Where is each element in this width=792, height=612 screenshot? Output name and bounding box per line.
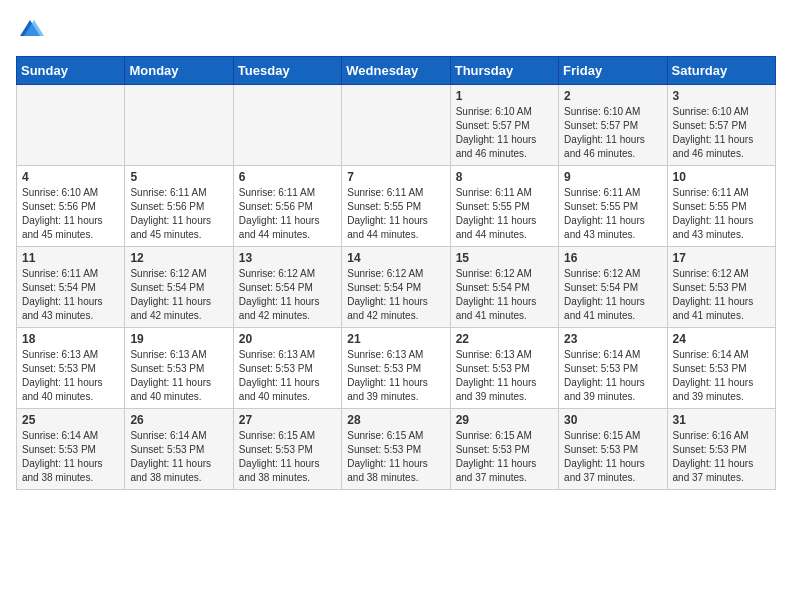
day-number: 19 [130,332,227,346]
calendar-cell [233,85,341,166]
header-monday: Monday [125,57,233,85]
calendar-cell: 28Sunrise: 6:15 AM Sunset: 5:53 PM Dayli… [342,409,450,490]
day-info: Sunrise: 6:10 AM Sunset: 5:57 PM Dayligh… [673,105,770,161]
day-number: 27 [239,413,336,427]
day-number: 18 [22,332,119,346]
week-row-4: 18Sunrise: 6:13 AM Sunset: 5:53 PM Dayli… [17,328,776,409]
calendar-cell: 22Sunrise: 6:13 AM Sunset: 5:53 PM Dayli… [450,328,558,409]
calendar-cell: 8Sunrise: 6:11 AM Sunset: 5:55 PM Daylig… [450,166,558,247]
day-number: 1 [456,89,553,103]
day-number: 5 [130,170,227,184]
calendar-cell: 23Sunrise: 6:14 AM Sunset: 5:53 PM Dayli… [559,328,667,409]
calendar-cell: 26Sunrise: 6:14 AM Sunset: 5:53 PM Dayli… [125,409,233,490]
day-number: 6 [239,170,336,184]
calendar-cell: 19Sunrise: 6:13 AM Sunset: 5:53 PM Dayli… [125,328,233,409]
day-info: Sunrise: 6:11 AM Sunset: 5:55 PM Dayligh… [673,186,770,242]
calendar-cell: 27Sunrise: 6:15 AM Sunset: 5:53 PM Dayli… [233,409,341,490]
day-number: 9 [564,170,661,184]
logo [16,16,48,44]
calendar-cell: 12Sunrise: 6:12 AM Sunset: 5:54 PM Dayli… [125,247,233,328]
header-friday: Friday [559,57,667,85]
calendar-cell: 17Sunrise: 6:12 AM Sunset: 5:53 PM Dayli… [667,247,775,328]
week-row-2: 4Sunrise: 6:10 AM Sunset: 5:56 PM Daylig… [17,166,776,247]
day-number: 2 [564,89,661,103]
calendar-cell: 2Sunrise: 6:10 AM Sunset: 5:57 PM Daylig… [559,85,667,166]
week-row-5: 25Sunrise: 6:14 AM Sunset: 5:53 PM Dayli… [17,409,776,490]
day-info: Sunrise: 6:14 AM Sunset: 5:53 PM Dayligh… [22,429,119,485]
day-number: 13 [239,251,336,265]
calendar-cell: 29Sunrise: 6:15 AM Sunset: 5:53 PM Dayli… [450,409,558,490]
day-info: Sunrise: 6:10 AM Sunset: 5:57 PM Dayligh… [456,105,553,161]
day-info: Sunrise: 6:15 AM Sunset: 5:53 PM Dayligh… [239,429,336,485]
day-info: Sunrise: 6:10 AM Sunset: 5:57 PM Dayligh… [564,105,661,161]
day-info: Sunrise: 6:12 AM Sunset: 5:53 PM Dayligh… [673,267,770,323]
calendar-cell: 30Sunrise: 6:15 AM Sunset: 5:53 PM Dayli… [559,409,667,490]
day-number: 23 [564,332,661,346]
day-number: 17 [673,251,770,265]
day-info: Sunrise: 6:13 AM Sunset: 5:53 PM Dayligh… [347,348,444,404]
calendar-cell: 1Sunrise: 6:10 AM Sunset: 5:57 PM Daylig… [450,85,558,166]
day-info: Sunrise: 6:11 AM Sunset: 5:55 PM Dayligh… [456,186,553,242]
day-info: Sunrise: 6:12 AM Sunset: 5:54 PM Dayligh… [564,267,661,323]
day-info: Sunrise: 6:11 AM Sunset: 5:55 PM Dayligh… [347,186,444,242]
page-header [16,16,776,44]
calendar-cell: 3Sunrise: 6:10 AM Sunset: 5:57 PM Daylig… [667,85,775,166]
calendar-cell: 15Sunrise: 6:12 AM Sunset: 5:54 PM Dayli… [450,247,558,328]
header-wednesday: Wednesday [342,57,450,85]
day-info: Sunrise: 6:14 AM Sunset: 5:53 PM Dayligh… [130,429,227,485]
day-number: 11 [22,251,119,265]
calendar-cell: 31Sunrise: 6:16 AM Sunset: 5:53 PM Dayli… [667,409,775,490]
day-number: 16 [564,251,661,265]
calendar-table: SundayMondayTuesdayWednesdayThursdayFrid… [16,56,776,490]
day-number: 14 [347,251,444,265]
day-number: 10 [673,170,770,184]
day-number: 28 [347,413,444,427]
calendar-cell: 18Sunrise: 6:13 AM Sunset: 5:53 PM Dayli… [17,328,125,409]
calendar-cell: 6Sunrise: 6:11 AM Sunset: 5:56 PM Daylig… [233,166,341,247]
calendar-cell: 16Sunrise: 6:12 AM Sunset: 5:54 PM Dayli… [559,247,667,328]
day-info: Sunrise: 6:12 AM Sunset: 5:54 PM Dayligh… [347,267,444,323]
day-info: Sunrise: 6:13 AM Sunset: 5:53 PM Dayligh… [22,348,119,404]
day-number: 4 [22,170,119,184]
week-row-1: 1Sunrise: 6:10 AM Sunset: 5:57 PM Daylig… [17,85,776,166]
day-number: 15 [456,251,553,265]
header-sunday: Sunday [17,57,125,85]
calendar-cell: 9Sunrise: 6:11 AM Sunset: 5:55 PM Daylig… [559,166,667,247]
calendar-cell: 14Sunrise: 6:12 AM Sunset: 5:54 PM Dayli… [342,247,450,328]
day-number: 3 [673,89,770,103]
calendar-cell: 4Sunrise: 6:10 AM Sunset: 5:56 PM Daylig… [17,166,125,247]
calendar-cell: 21Sunrise: 6:13 AM Sunset: 5:53 PM Dayli… [342,328,450,409]
day-info: Sunrise: 6:12 AM Sunset: 5:54 PM Dayligh… [130,267,227,323]
day-info: Sunrise: 6:12 AM Sunset: 5:54 PM Dayligh… [456,267,553,323]
day-number: 20 [239,332,336,346]
day-info: Sunrise: 6:15 AM Sunset: 5:53 PM Dayligh… [347,429,444,485]
calendar-cell: 10Sunrise: 6:11 AM Sunset: 5:55 PM Dayli… [667,166,775,247]
day-number: 8 [456,170,553,184]
calendar-cell [342,85,450,166]
day-info: Sunrise: 6:13 AM Sunset: 5:53 PM Dayligh… [456,348,553,404]
day-info: Sunrise: 6:13 AM Sunset: 5:53 PM Dayligh… [130,348,227,404]
day-info: Sunrise: 6:11 AM Sunset: 5:56 PM Dayligh… [239,186,336,242]
day-info: Sunrise: 6:11 AM Sunset: 5:56 PM Dayligh… [130,186,227,242]
calendar-cell [17,85,125,166]
calendar-cell: 5Sunrise: 6:11 AM Sunset: 5:56 PM Daylig… [125,166,233,247]
week-row-3: 11Sunrise: 6:11 AM Sunset: 5:54 PM Dayli… [17,247,776,328]
day-info: Sunrise: 6:14 AM Sunset: 5:53 PM Dayligh… [673,348,770,404]
day-number: 30 [564,413,661,427]
day-number: 22 [456,332,553,346]
day-number: 25 [22,413,119,427]
day-info: Sunrise: 6:12 AM Sunset: 5:54 PM Dayligh… [239,267,336,323]
day-info: Sunrise: 6:15 AM Sunset: 5:53 PM Dayligh… [564,429,661,485]
day-number: 29 [456,413,553,427]
day-info: Sunrise: 6:16 AM Sunset: 5:53 PM Dayligh… [673,429,770,485]
day-number: 7 [347,170,444,184]
day-number: 24 [673,332,770,346]
calendar-cell: 7Sunrise: 6:11 AM Sunset: 5:55 PM Daylig… [342,166,450,247]
day-number: 26 [130,413,227,427]
day-number: 12 [130,251,227,265]
calendar-cell: 20Sunrise: 6:13 AM Sunset: 5:53 PM Dayli… [233,328,341,409]
day-info: Sunrise: 6:10 AM Sunset: 5:56 PM Dayligh… [22,186,119,242]
day-info: Sunrise: 6:11 AM Sunset: 5:55 PM Dayligh… [564,186,661,242]
header-thursday: Thursday [450,57,558,85]
calendar-cell: 24Sunrise: 6:14 AM Sunset: 5:53 PM Dayli… [667,328,775,409]
